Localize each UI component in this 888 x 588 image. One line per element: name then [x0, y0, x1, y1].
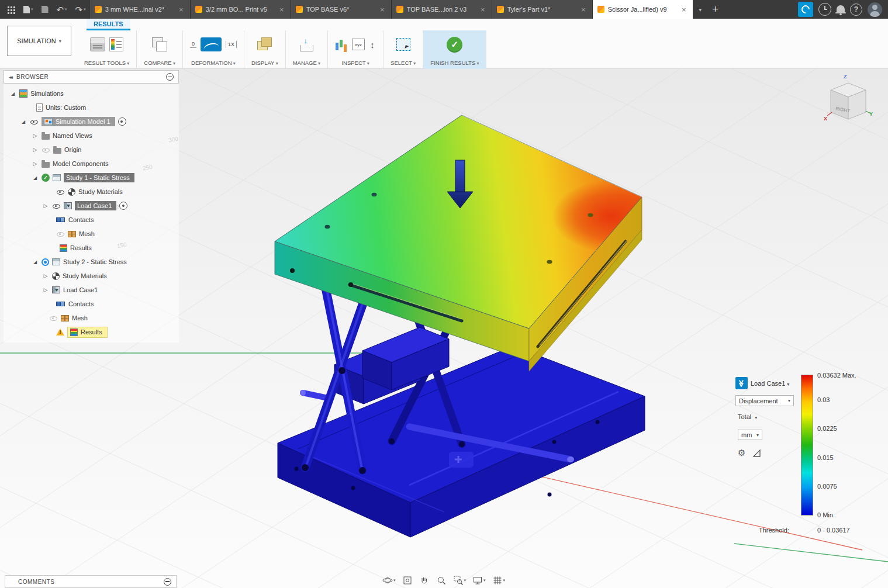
- workspace-switcher[interactable]: SIMULATION: [7, 26, 71, 56]
- inspect-measure-icon[interactable]: [369, 37, 376, 51]
- browser-row-study2-materials[interactable]: Study Materials: [4, 269, 179, 283]
- visibility-eye-icon[interactable]: [56, 188, 65, 196]
- component-dropdown[interactable]: Total: [738, 413, 757, 420]
- legend-settings-gear-icon[interactable]: [738, 448, 745, 458]
- result-tools-group[interactable]: RESULT TOOLS: [77, 30, 137, 69]
- tab-close-icon[interactable]: [680, 5, 688, 14]
- browser-row-named-views[interactable]: Named Views: [4, 129, 179, 143]
- expand-arrow-icon[interactable]: [42, 273, 49, 279]
- app-grid-icon[interactable]: [4, 0, 19, 19]
- job-status-clock-icon[interactable]: [818, 3, 831, 16]
- group-label[interactable]: MANAGE: [293, 60, 320, 67]
- activate-target-icon[interactable]: [118, 117, 126, 126]
- manage-group[interactable]: MANAGE: [286, 30, 328, 69]
- compare-group[interactable]: COMPARE: [137, 30, 183, 69]
- browser-row-units[interactable]: Units: Custom: [4, 101, 179, 115]
- load-case-selector[interactable]: Load Case1: [735, 377, 789, 389]
- select-icon[interactable]: [396, 38, 410, 51]
- browser-row-study2-contacts[interactable]: Contacts: [4, 297, 179, 311]
- save-icon[interactable]: [37, 0, 53, 19]
- result-legend-icon[interactable]: [109, 37, 123, 51]
- file-menu-icon[interactable]: [19, 0, 37, 19]
- undo-icon[interactable]: ↶: [53, 0, 71, 19]
- group-label[interactable]: SELECT: [391, 60, 416, 67]
- expand-arrow-icon[interactable]: [42, 203, 49, 209]
- browser-row-model-components[interactable]: Model Components: [4, 157, 179, 171]
- document-tab[interactable]: Tyler's Part v1*: [492, 0, 593, 19]
- look-at-icon[interactable]: [401, 574, 414, 587]
- browser-row-study1-contacts[interactable]: Contacts: [4, 213, 179, 227]
- zoom-icon[interactable]: [435, 574, 448, 587]
- browser-header[interactable]: BROWSER: [4, 70, 179, 84]
- visibility-eye-icon[interactable]: [52, 202, 61, 210]
- inspect-group[interactable]: xyz INSPECT: [328, 30, 383, 69]
- document-tab-active[interactable]: Scissor Ja...lified) v9: [593, 0, 693, 19]
- finish-results-group[interactable]: FINISH RESULTS: [423, 30, 486, 69]
- inspect-xyz-icon[interactable]: xyz: [352, 39, 365, 50]
- finish-results-check-icon[interactable]: [447, 37, 462, 53]
- deformation-zero-value[interactable]: 0: [190, 41, 196, 48]
- expand-arrow-icon[interactable]: [20, 119, 27, 124]
- browser-row-study2-load-case[interactable]: Load Case1: [4, 283, 179, 297]
- comments-collapse-icon[interactable]: [164, 578, 171, 586]
- expand-arrow-icon[interactable]: [42, 287, 49, 293]
- visibility-off-eye-icon[interactable]: [42, 146, 50, 154]
- tab-close-icon[interactable]: [278, 5, 286, 14]
- orbit-icon[interactable]: [381, 574, 397, 587]
- browser-row-study1-load-case[interactable]: Load Case1: [4, 199, 179, 213]
- expand-arrow-icon[interactable]: [32, 260, 39, 265]
- tab-list-chevron-icon[interactable]: [693, 0, 707, 19]
- expand-arrow-icon[interactable]: [32, 147, 39, 153]
- tab-close-icon[interactable]: [378, 5, 386, 14]
- browser-row-study1-materials[interactable]: Study Materials: [4, 185, 179, 199]
- visibility-eye-icon[interactable]: [30, 117, 39, 126]
- activate-target-icon[interactable]: [119, 202, 127, 210]
- document-tab[interactable]: TOP BASE v6*: [291, 0, 392, 19]
- result-report-icon[interactable]: [90, 37, 105, 51]
- deformation-scale-value[interactable]: 1X: [226, 41, 237, 48]
- expand-arrow-icon[interactable]: [32, 175, 39, 181]
- expand-arrow-icon[interactable]: [9, 91, 16, 96]
- manage-icon[interactable]: [299, 37, 314, 51]
- document-tab[interactable]: 3 mm WHE...inal v2*: [90, 0, 191, 19]
- legend-slope-icon[interactable]: [752, 449, 761, 458]
- document-tab[interactable]: TOP BASE...ion 2 v3: [392, 0, 492, 19]
- help-icon[interactable]: [850, 4, 862, 16]
- browser-row-simulation-model[interactable]: Simulation Model 1: [4, 115, 179, 129]
- redo-icon[interactable]: ↷: [71, 0, 90, 19]
- select-group[interactable]: SELECT: [383, 30, 423, 69]
- notifications-bell-icon[interactable]: [837, 5, 845, 12]
- browser-row-study2[interactable]: Study 2 - Static Stress: [4, 255, 179, 269]
- toolbar-tab-results[interactable]: RESULTS: [87, 19, 130, 30]
- displacement-color-scale[interactable]: [801, 375, 813, 516]
- group-label[interactable]: COMPARE: [144, 60, 175, 67]
- grid-settings-icon[interactable]: [491, 574, 507, 587]
- display-icon[interactable]: [257, 37, 272, 51]
- tab-close-icon[interactable]: [177, 5, 185, 14]
- pan-icon[interactable]: [418, 574, 431, 587]
- new-tab-button[interactable]: [707, 0, 724, 19]
- unit-dropdown[interactable]: mm: [738, 430, 762, 440]
- display-group[interactable]: DISPLAY: [244, 30, 286, 69]
- group-label[interactable]: DEFORMATION: [191, 60, 236, 67]
- deformation-icon[interactable]: [201, 37, 222, 51]
- user-avatar[interactable]: [868, 2, 882, 17]
- group-label[interactable]: FINISH RESULTS: [430, 60, 479, 67]
- inspect-chart-icon[interactable]: [335, 37, 348, 51]
- document-tab[interactable]: 3/2 mm BO... Print v5: [191, 0, 291, 19]
- expand-arrow-icon[interactable]: [32, 161, 39, 167]
- group-label[interactable]: DISPLAY: [251, 60, 278, 67]
- group-label[interactable]: RESULT TOOLS: [84, 60, 129, 67]
- visibility-off-eye-icon[interactable]: [49, 314, 58, 322]
- zoom-window-icon[interactable]: [452, 574, 468, 587]
- compare-icon[interactable]: [152, 37, 167, 51]
- display-settings-icon[interactable]: [471, 574, 487, 587]
- tab-close-icon[interactable]: [479, 5, 487, 14]
- browser-row-study1-mesh[interactable]: Mesh: [4, 227, 179, 241]
- tab-close-icon[interactable]: [579, 5, 588, 14]
- browser-row-study1[interactable]: Study 1 - Static Stress: [4, 171, 179, 185]
- browser-row-simulations[interactable]: Simulations: [4, 87, 179, 101]
- comments-bar[interactable]: COMMENTS: [5, 575, 177, 588]
- browser-row-study1-results[interactable]: Results: [4, 241, 179, 255]
- expand-arrow-icon[interactable]: [32, 133, 39, 139]
